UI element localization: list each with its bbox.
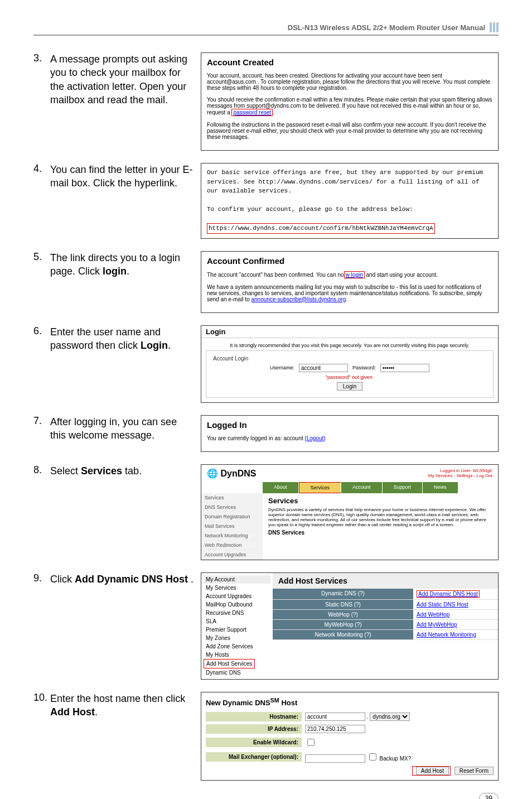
step-num: 3. [33,52,50,64]
step-text: Click Add Dynamic DNS Host . [50,572,201,586]
box-para: We have a system announcements mailing l… [207,284,492,302]
tab-news[interactable]: News [423,482,458,493]
login-link[interactable]: w login [344,271,365,278]
logged-in-msg: You are currently logged in as: account … [207,435,492,441]
step-text: The link directs you to a login page. Cl… [50,251,201,278]
dyndns-logo: 🌐 DynDNS [207,468,256,479]
mx-input[interactable] [305,754,365,763]
fieldset-legend: Account Login [213,355,248,362]
side-item[interactable]: Services [201,493,263,503]
login-button[interactable]: Login [337,382,362,391]
username-label: Username: [270,365,294,370]
host-type: Network Monitoring (?) [273,630,413,639]
step-text: Enter the host name then click Add Host. [50,692,201,719]
ip-input[interactable] [305,725,365,733]
add-mywebhop-link[interactable]: Add MyWebHop [417,622,457,628]
side-item[interactable]: Network Monitoring [201,531,263,541]
side-item[interactable]: My Zones [204,634,270,642]
side-item-add-host[interactable]: Add Host Services [204,659,255,668]
step-num: 5. [33,251,50,263]
wildcard-label: Enable Wildcard: [206,738,302,747]
host-type: Static DNS (?) [273,600,413,609]
tab-about[interactable]: About [263,482,299,493]
side-item[interactable]: Recursive DNS [204,609,270,617]
side-item[interactable]: Add Zone Services [204,642,270,651]
tab-support[interactable]: Support [383,482,423,493]
host-type: Dynamic DNS (?) [273,589,413,599]
page-header: DSL-N13 Wireless ADSL 2/2+ Modem Router … [288,23,485,32]
add-dynamic-dns-link[interactable]: Add Dynamic DNS Host [417,590,480,598]
email-box: Our basic service offerings are free, bu… [201,163,499,239]
header-icon [490,22,499,32]
step-num: 7. [33,415,50,427]
ip-label: IP Address: [206,724,302,734]
side-item[interactable]: Mail Services [201,522,263,531]
wildcard-checkbox[interactable] [307,739,315,746]
services-title: Services [268,497,492,505]
password-input[interactable] [380,364,429,372]
add-webhop-link[interactable]: Add WebHop [417,612,449,618]
account-confirmed-box: Account Confirmed The account "account" … [201,251,499,313]
hostname-input[interactable] [305,713,365,721]
step-text: Select Services tab. [50,464,201,478]
step-num: 10. [33,692,50,704]
logged-in-box: Logged In You are currently logged in as… [201,415,499,452]
side-item[interactable]: Dynamic DNS [204,668,270,677]
subscribe-link[interactable]: announce-subscribe@lists.dyndns.org [252,296,346,302]
logout-link[interactable]: (Logout) [304,435,325,441]
host-type: MyWebHop (?) [273,620,413,629]
services-desc: DynDNS provides a variety of services th… [268,507,492,527]
new-host-form: New Dynamic DNSSM Host Hostname: . dyndn… [201,692,499,781]
box-title: Account Confirmed [207,256,492,266]
host-type: WebHop (?) [273,610,413,619]
box-para: The account "account" has been confirmed… [207,271,492,278]
form-title: New Dynamic DNSSM Host [206,697,494,707]
step-num: 8. [33,464,50,476]
email-text: Our basic service offerings are free, bu… [207,168,492,196]
tab-services[interactable]: Services [299,482,342,493]
login-box: Login It is strongly recommended that yo… [201,325,499,403]
side-item[interactable]: Account Upgrades [204,592,270,600]
box-para: You should receive the confirmation e-ma… [207,97,492,116]
box-title: Logged In [207,420,492,430]
page-number: 39 [479,793,499,799]
tab-account[interactable]: Account [341,482,383,493]
side-item[interactable]: My Hosts [204,651,270,659]
step-num: 9. [33,572,50,584]
side-item[interactable]: SLA [204,617,270,625]
box-para: Following the instructions in the passwo… [207,122,492,140]
domain-select[interactable]: dyndns.org [370,713,410,721]
side-item[interactable]: Domain Registration [201,512,263,522]
hostname-label: Hostname: [206,712,302,721]
dns-services-title: DNS Services [268,530,492,536]
add-static-dns-link[interactable]: Add Static DNS Host [417,601,468,608]
backup-mx-checkbox[interactable] [369,753,376,761]
add-host-title: Add Host Services [273,573,498,589]
confirm-link[interactable]: https://www.dyndns.com/account/confirm/h… [207,223,435,234]
side-item[interactable]: DNS Services [201,503,263,512]
reset-form-button[interactable]: Reset Form [454,767,494,775]
side-item[interactable]: MailHop Outbound [204,600,270,609]
user-info: Logged in User: WL550gEMy Services - Set… [428,468,492,478]
add-host-panel: My Account My Services Account Upgrades … [201,572,499,680]
step-num: 4. [33,163,50,175]
box-title: Account Created [207,57,492,67]
side-item[interactable]: Web Redirection [201,541,263,550]
login-error: "password" not given. [213,374,486,380]
side-item[interactable]: Premier Support [204,625,270,634]
side-item[interactable]: My Account [204,575,270,584]
email-text: To confirm your account, please go to th… [207,205,492,214]
side-item[interactable]: Account Upgrades [201,550,263,560]
add-monitoring-link[interactable]: Add Network Monitoring [417,632,476,638]
step-text: After logging in, you can see this welco… [50,415,201,442]
password-reset-link[interactable]: password reset [231,109,273,116]
add-host-button[interactable]: Add Host [416,767,449,775]
mx-label: Mail Exchanger (optional): [206,752,302,762]
backup-mx-label: Backup MX? [380,755,412,762]
username-input[interactable] [299,364,348,372]
login-title: Login [201,326,498,338]
side-item[interactable]: My Services [204,584,270,592]
step-text: A message prompts out asking you to chec… [50,52,201,107]
password-label: Password: [352,365,376,370]
step-text: You can find the letter in your E-mail b… [50,163,201,190]
